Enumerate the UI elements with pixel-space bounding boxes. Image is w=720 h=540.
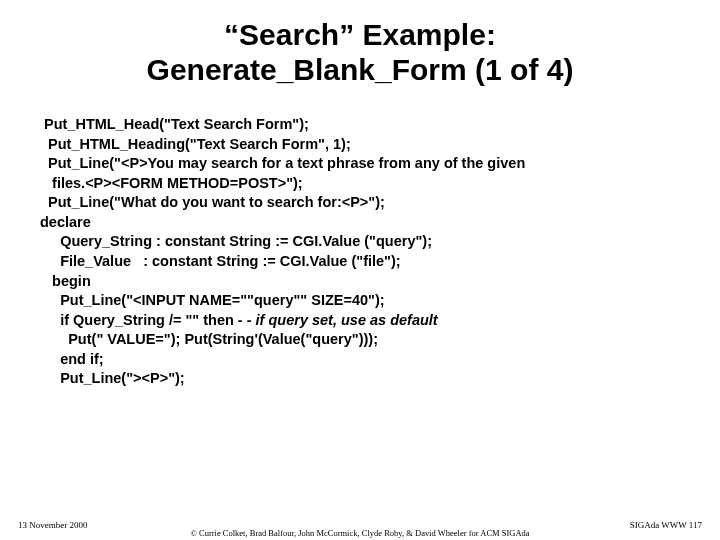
code-block: Put_HTML_Head("Text Search Form"); Put_H… — [40, 115, 686, 389]
title-line-2: Generate_Blank_Form (1 of 4) — [0, 53, 720, 88]
code-line: File_Value : constant String := CGI.Valu… — [40, 253, 401, 269]
footer-date: 13 November 2000 — [18, 520, 88, 530]
code-line: Put(" VALUE="); Put(String'(Value("query… — [40, 331, 378, 347]
footer: 13 November 2000 SIGAda WWW 117 © Currie… — [0, 506, 720, 538]
code-line: end if; — [40, 351, 104, 367]
slide: “Search” Example: Generate_Blank_Form (1… — [0, 18, 720, 540]
slide-title: “Search” Example: Generate_Blank_Form (1… — [0, 18, 720, 87]
code-line: Put_Line("What do you want to search for… — [40, 194, 385, 210]
code-line: begin — [40, 273, 91, 289]
code-line: Query_String : constant String := CGI.Va… — [40, 233, 432, 249]
footer-credit: © Currie Colket, Brad Balfour, John McCo… — [0, 506, 720, 538]
code-line: files.<P><FORM METHOD=POST>"); — [40, 175, 303, 191]
code-line: Put_HTML_Heading("Text Search Form", 1); — [40, 136, 351, 152]
code-line: Put_Line("<P>You may search for a text p… — [40, 155, 525, 171]
code-line: Put_Line("<INPUT NAME=""query"" SIZE=40"… — [40, 292, 385, 308]
footer-page: SIGAda WWW 117 — [630, 520, 702, 530]
code-line: if Query_String /= "" then — [40, 312, 238, 328]
code-line: declare — [40, 214, 91, 230]
code-line: Put_HTML_Head("Text Search Form"); — [40, 116, 309, 132]
title-line-1: “Search” Example: — [0, 18, 720, 53]
code-comment: - - if query set, use as default — [238, 312, 438, 328]
code-line: Put_Line("><P>"); — [40, 370, 185, 386]
